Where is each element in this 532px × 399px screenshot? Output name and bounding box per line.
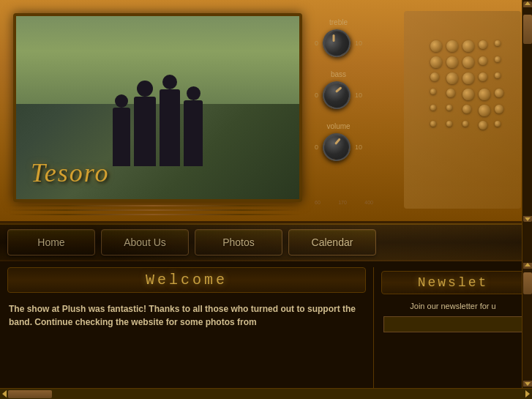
volume-row: 0 10 bbox=[315, 133, 362, 161]
dot-4 bbox=[479, 40, 487, 49]
treble-knob[interactable] bbox=[318, 24, 356, 62]
dot-13 bbox=[462, 72, 474, 84]
dot-1 bbox=[430, 40, 442, 52]
person-1 bbox=[113, 94, 130, 166]
eq-section: 60 170 400 bbox=[315, 200, 373, 206]
band-name: Tesoro bbox=[31, 157, 109, 188]
dot-19 bbox=[479, 89, 490, 100]
horizontal-lines bbox=[7, 205, 300, 215]
dot-6 bbox=[430, 56, 442, 68]
content-right: Newslet Join our newsletter for u bbox=[374, 261, 532, 399]
main-container: Tesoro treble 0 10 bass 0 10 bbox=[0, 0, 532, 399]
newsletter-input[interactable] bbox=[383, 316, 522, 332]
dot-23 bbox=[462, 105, 471, 113]
scroll-thumb[interactable] bbox=[523, 15, 532, 44]
volume-knob[interactable] bbox=[321, 131, 353, 163]
content-scroll-thumb[interactable] bbox=[523, 272, 532, 294]
dot-2 bbox=[446, 40, 458, 52]
content-left: Welcome The show at Plush was fantastic!… bbox=[0, 261, 373, 399]
newsletter-join-text: Join our newsletter for u bbox=[378, 298, 528, 314]
body-4 bbox=[184, 100, 203, 166]
dot-26 bbox=[430, 121, 436, 127]
h-line-2 bbox=[7, 209, 300, 211]
dot-24 bbox=[479, 105, 490, 116]
dot-25 bbox=[495, 105, 503, 113]
scroll-right-icon bbox=[525, 390, 530, 398]
treble-label: treble bbox=[329, 18, 348, 26]
content-down-icon bbox=[525, 382, 531, 386]
eq-freq-60: 60 bbox=[315, 200, 321, 205]
knobs-section: treble 0 10 bass 0 10 volume bbox=[315, 18, 362, 174]
dot-18 bbox=[462, 89, 474, 100]
person-2 bbox=[134, 81, 156, 166]
h-line-3 bbox=[7, 214, 300, 215]
bass-knob[interactable] bbox=[319, 78, 355, 113]
dot-5 bbox=[495, 40, 501, 46]
down-arrow-icon bbox=[525, 217, 531, 221]
band-silhouette bbox=[38, 78, 277, 166]
dot-10 bbox=[495, 56, 501, 62]
h-scroll-thumb[interactable] bbox=[8, 390, 52, 398]
nav-scrollbar bbox=[522, 223, 532, 261]
nav-calendar[interactable]: Calendar bbox=[288, 229, 376, 256]
head-3 bbox=[162, 75, 177, 89]
bass-row: 0 10 bbox=[315, 81, 362, 109]
content-scrollbar[interactable] bbox=[522, 261, 532, 388]
dot-20 bbox=[495, 89, 503, 97]
dot-12 bbox=[446, 72, 458, 84]
dot-21 bbox=[430, 105, 436, 111]
dot-9 bbox=[479, 56, 487, 65]
treble-row: 0 10 bbox=[315, 29, 362, 57]
vertical-scrollbar[interactable] bbox=[522, 0, 532, 223]
body-2 bbox=[134, 97, 156, 166]
nav-photos[interactable]: Photos bbox=[195, 229, 282, 256]
amp-panel: Tesoro treble 0 10 bass 0 10 bbox=[0, 0, 532, 223]
up-arrow-icon bbox=[525, 1, 531, 5]
band-photo-frame: Tesoro bbox=[13, 13, 302, 202]
photo-inner: Tesoro bbox=[16, 16, 299, 199]
content-scroll-down[interactable] bbox=[523, 381, 532, 387]
volume-group: volume 0 10 bbox=[315, 122, 362, 161]
treble-min: 0 bbox=[315, 40, 318, 47]
eq-freq-400: 400 bbox=[364, 200, 373, 205]
person-3 bbox=[160, 75, 180, 166]
treble-max: 10 bbox=[355, 40, 362, 47]
h-line-1 bbox=[7, 205, 300, 206]
newsletter-title: Newslet bbox=[418, 275, 489, 290]
welcome-title: Welcome bbox=[146, 272, 228, 288]
dot-16 bbox=[430, 89, 436, 94]
dot-28 bbox=[462, 121, 468, 127]
content-scroll-up[interactable] bbox=[523, 263, 532, 269]
dot-8 bbox=[462, 56, 474, 68]
scroll-down-arrow[interactable] bbox=[523, 216, 532, 222]
treble-group: treble 0 10 bbox=[315, 18, 362, 57]
head-1 bbox=[115, 94, 128, 108]
dot-17 bbox=[446, 89, 455, 97]
volume-min: 0 bbox=[315, 143, 318, 151]
bottom-scrollbar[interactable] bbox=[0, 388, 532, 399]
dot-22 bbox=[446, 105, 452, 111]
scroll-left-icon bbox=[2, 390, 7, 398]
dot-7 bbox=[446, 56, 458, 68]
head-2 bbox=[137, 81, 153, 97]
head-4 bbox=[187, 86, 201, 100]
welcome-header: Welcome bbox=[7, 267, 366, 293]
dot-3 bbox=[462, 40, 474, 52]
dot-29 bbox=[479, 121, 487, 130]
dot-27 bbox=[446, 121, 452, 127]
bass-group: bass 0 10 bbox=[315, 70, 362, 109]
newsletter-header: Newslet bbox=[381, 271, 525, 294]
scroll-up-arrow[interactable] bbox=[523, 1, 532, 7]
volume-label: volume bbox=[326, 122, 350, 130]
bass-label: bass bbox=[331, 70, 346, 78]
content-up-icon bbox=[525, 263, 531, 266]
dot-15 bbox=[495, 72, 501, 78]
person-4 bbox=[184, 86, 203, 166]
bass-max: 10 bbox=[355, 92, 362, 99]
nav-about[interactable]: About Us bbox=[101, 229, 189, 256]
volume-max: 10 bbox=[355, 143, 362, 151]
decorative-dots bbox=[430, 40, 506, 133]
dot-14 bbox=[479, 72, 487, 81]
dot-11 bbox=[430, 72, 439, 81]
nav-home[interactable]: Home bbox=[7, 229, 95, 256]
